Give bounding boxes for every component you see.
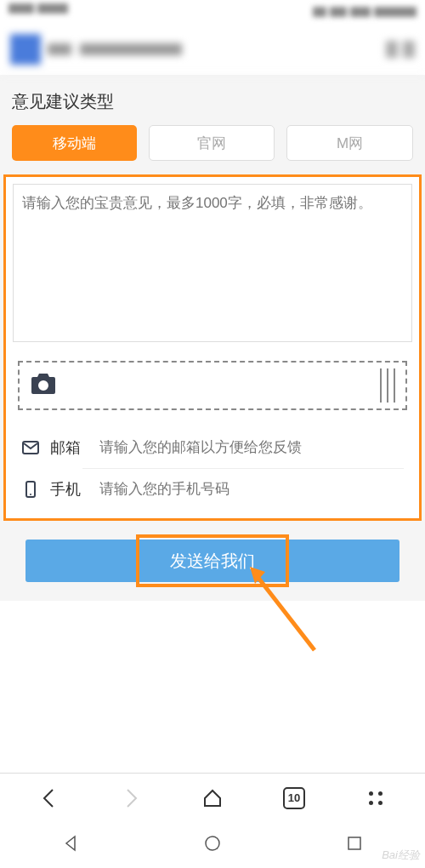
email-icon bbox=[21, 438, 40, 457]
upload-bars-icon bbox=[380, 368, 395, 403]
system-recent-icon[interactable] bbox=[345, 834, 364, 856]
status-bar bbox=[0, 0, 425, 24]
feedback-input[interactable] bbox=[13, 184, 412, 342]
phone-label: 手机 bbox=[50, 479, 89, 500]
watermark: Bai经验 bbox=[382, 848, 420, 863]
system-home-icon[interactable] bbox=[203, 834, 222, 856]
tab-count: 10 bbox=[283, 787, 305, 809]
phone-input[interactable] bbox=[99, 477, 404, 501]
phone-icon bbox=[21, 480, 40, 499]
form-highlight: 邮箱 手机 bbox=[3, 174, 422, 521]
section-title: 意见建议类型 bbox=[0, 75, 425, 125]
menu-button[interactable] bbox=[359, 781, 393, 815]
svg-rect-6 bbox=[348, 837, 360, 849]
email-label: 邮箱 bbox=[50, 437, 89, 458]
tab-mobile[interactable]: 移动端 bbox=[12, 125, 137, 161]
system-nav-bar bbox=[0, 822, 425, 868]
svg-point-2 bbox=[30, 494, 31, 495]
feedback-type-tabs: 移动端 官网 M网 bbox=[0, 125, 425, 174]
camera-icon bbox=[30, 372, 57, 399]
forward-button[interactable] bbox=[114, 781, 148, 815]
system-back-icon[interactable] bbox=[61, 834, 80, 856]
submit-button[interactable]: 发送给我们 bbox=[26, 540, 400, 582]
svg-point-5 bbox=[206, 837, 219, 850]
upload-attachment[interactable] bbox=[18, 361, 407, 410]
logo-icon bbox=[10, 34, 41, 65]
email-field-row: 邮箱 bbox=[6, 427, 419, 468]
tabs-button[interactable]: 10 bbox=[277, 781, 311, 815]
browser-toolbar: 10 bbox=[0, 773, 425, 822]
submit-label: 发送给我们 bbox=[170, 551, 255, 570]
home-button[interactable] bbox=[196, 781, 230, 815]
page-header bbox=[0, 24, 425, 75]
back-button[interactable] bbox=[32, 781, 66, 815]
phone-field-row: 手机 bbox=[6, 469, 419, 510]
tab-website[interactable]: 官网 bbox=[149, 125, 275, 161]
email-input[interactable] bbox=[99, 436, 404, 460]
tab-mweb[interactable]: M网 bbox=[286, 125, 413, 161]
